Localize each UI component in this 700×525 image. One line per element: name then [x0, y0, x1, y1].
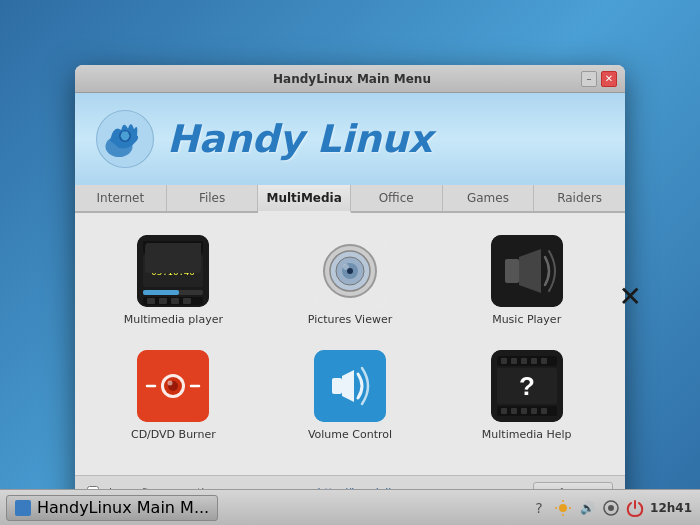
cddvd-burner-label: CD/DVD Burner: [131, 428, 216, 441]
window-title: HandyLinux Main Menu: [123, 72, 581, 86]
logo-icon: [95, 109, 155, 169]
multimedia-player-icon: 03:16:46: [137, 235, 209, 307]
svg-rect-3: [137, 235, 209, 307]
app-volume-control[interactable]: Volume Control: [268, 344, 433, 447]
tab-files[interactable]: Files: [167, 185, 259, 211]
tab-games[interactable]: Games: [443, 185, 535, 211]
svg-rect-49: [501, 408, 507, 414]
taskbar-app-icon: [15, 500, 31, 516]
svg-rect-4: [143, 241, 203, 253]
taskbar: HandyLinux Main M... ? 🔊: [0, 489, 700, 525]
svg-point-54: [559, 504, 567, 512]
taskbar-help-icon[interactable]: ?: [530, 499, 548, 517]
minimize-button[interactable]: –: [581, 71, 597, 87]
logo-text: Handy Linux: [167, 117, 433, 161]
taskbar-time: 12h41: [650, 501, 692, 515]
taskbar-power-icon[interactable]: [626, 499, 644, 517]
tab-internet[interactable]: Internet: [75, 185, 167, 211]
taskbar-right: ? 🔊 12h41: [530, 499, 700, 517]
content-area: 03:16:46 Multimedia player: [75, 213, 625, 475]
svg-rect-43: [521, 358, 527, 364]
nav-tabs: Internet Files MultiMedia Office Games R…: [75, 185, 625, 213]
svg-rect-41: [501, 358, 507, 364]
svg-rect-44: [531, 358, 537, 364]
tab-raiders[interactable]: Raiders: [534, 185, 625, 211]
svg-rect-5: [147, 243, 155, 251]
taskbar-app-button[interactable]: HandyLinux Main M...: [6, 495, 218, 521]
svg-rect-53: [541, 408, 547, 414]
taskbar-volume-icon[interactable]: 🔊: [578, 499, 596, 517]
svg-rect-8: [183, 243, 191, 251]
svg-rect-13: [143, 290, 179, 295]
svg-rect-15: [147, 298, 155, 304]
logo-area: Handy Linux: [75, 93, 625, 185]
svg-point-33: [168, 381, 173, 386]
cddvd-burner-icon: [137, 350, 209, 422]
music-player-icon: [491, 235, 563, 307]
svg-rect-10: [143, 255, 203, 287]
multimedia-player-label: Multimedia player: [124, 313, 223, 326]
svg-rect-37: [332, 378, 342, 394]
taskbar-brightness-icon[interactable]: [554, 499, 572, 517]
taskbar-network-icon[interactable]: [602, 499, 620, 517]
svg-rect-51: [521, 408, 527, 414]
svg-rect-45: [541, 358, 547, 364]
titlebar-controls: – ✕: [581, 71, 617, 87]
svg-rect-16: [159, 298, 167, 304]
app-multimedia-player[interactable]: 03:16:46 Multimedia player: [91, 229, 256, 332]
main-window: HandyLinux Main Menu – ✕ Handy Linux Int…: [75, 65, 625, 524]
music-player-label: Music Player: [492, 313, 561, 326]
volume-control-label: Volume Control: [308, 428, 392, 441]
cursor-x: ✕: [619, 280, 642, 313]
tab-multimedia[interactable]: MultiMedia: [258, 185, 350, 213]
app-music-player[interactable]: Music Player: [444, 229, 609, 332]
svg-rect-9: [195, 243, 201, 251]
svg-rect-6: [159, 243, 167, 251]
pictures-viewer-label: Pictures Viewer: [308, 313, 392, 326]
taskbar-left: HandyLinux Main M...: [0, 495, 530, 521]
app-multimedia-help[interactable]: ? Multimedia Help: [444, 344, 609, 447]
svg-point-25: [347, 268, 353, 274]
apps-grid: 03:16:46 Multimedia player: [91, 229, 609, 447]
volume-control-icon: [314, 350, 386, 422]
svg-rect-18: [183, 298, 191, 304]
pictures-viewer-icon: [314, 235, 386, 307]
svg-rect-52: [531, 408, 537, 414]
svg-rect-42: [511, 358, 517, 364]
app-pictures-viewer[interactable]: Pictures Viewer: [268, 229, 433, 332]
svg-text:?: ?: [519, 371, 535, 401]
app-cddvd-burner[interactable]: CD/DVD Burner: [91, 344, 256, 447]
multimedia-help-icon: ?: [491, 350, 563, 422]
taskbar-app-label: HandyLinux Main M...: [37, 498, 209, 517]
svg-rect-7: [171, 243, 179, 251]
svg-point-60: [608, 505, 614, 511]
close-button[interactable]: ✕: [601, 71, 617, 87]
svg-text:03:16:46: 03:16:46: [152, 267, 195, 277]
tab-office[interactable]: Office: [351, 185, 443, 211]
svg-rect-17: [171, 298, 179, 304]
svg-rect-50: [511, 408, 517, 414]
svg-rect-27: [505, 259, 519, 283]
titlebar: HandyLinux Main Menu – ✕: [75, 65, 625, 93]
multimedia-help-label: Multimedia Help: [482, 428, 572, 441]
